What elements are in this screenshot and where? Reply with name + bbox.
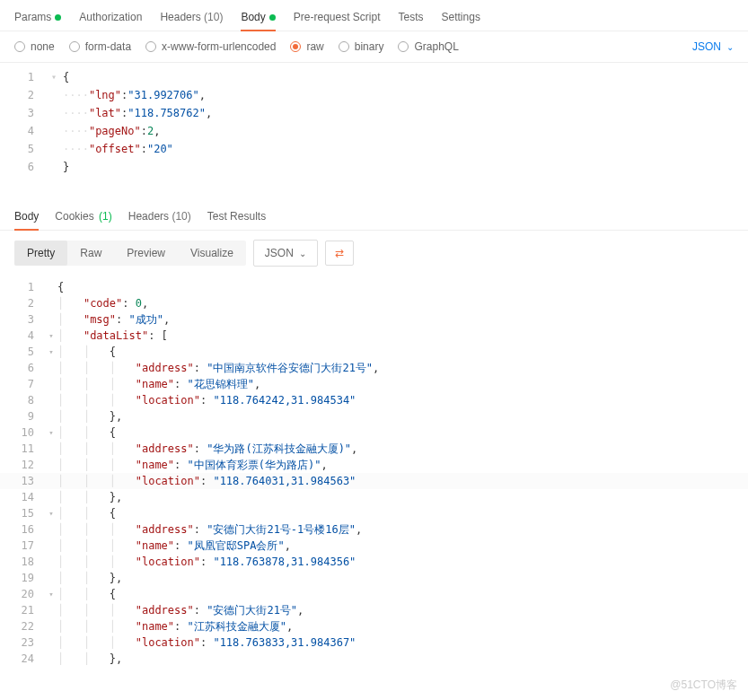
code-line[interactable]: 18│ │ │ "location": "118.763878,31.98435…	[0, 554, 748, 570]
line-number: 23	[0, 634, 45, 651]
code-content: {	[63, 68, 69, 86]
code-line[interactable]: 5▾│ │ {	[0, 344, 748, 360]
code-line[interactable]: 13│ │ │ "location": "118.764031,31.98456…	[0, 473, 748, 489]
fold-icon[interactable]	[45, 634, 57, 651]
fold-icon[interactable]	[45, 570, 57, 586]
fold-icon[interactable]	[45, 554, 57, 570]
code-line[interactable]: 8│ │ │ "location": "118.764242,31.984534…	[0, 392, 748, 408]
tab-body[interactable]: Body	[241, 5, 275, 31]
tab-authorization[interactable]: Authorization	[79, 5, 142, 31]
code-line[interactable]: 6│ │ │ "address": "中国南京软件谷安德门大街21号",	[0, 360, 748, 376]
code-line[interactable]: 1▾{	[0, 68, 748, 86]
bodytype-formdata[interactable]: form-data	[69, 40, 131, 53]
code-line[interactable]: 15▾│ │ {	[0, 505, 748, 521]
code-line[interactable]: 2│ "code": 0,	[0, 295, 748, 311]
bodytype-none[interactable]: none	[14, 40, 55, 53]
fold-icon[interactable]	[45, 279, 57, 295]
viewmode-raw[interactable]: Raw	[67, 241, 114, 266]
code-line[interactable]: 7│ │ │ "name": "花思锦料理",	[0, 376, 748, 392]
bodytype-urlencoded[interactable]: x-www-form-urlencoded	[145, 40, 276, 53]
viewmode-pretty[interactable]: Pretty	[14, 241, 67, 266]
resptab-headers[interactable]: Headers (10)	[128, 205, 191, 230]
fold-icon[interactable]	[45, 538, 57, 554]
line-number: 17	[0, 538, 45, 554]
code-line[interactable]: 5····"offset":"20"	[0, 140, 748, 158]
wrap-lines-button[interactable]: ⇄	[325, 241, 354, 266]
code-content: │ "dataList": [	[57, 328, 168, 344]
tab-settings[interactable]: Settings	[442, 5, 480, 31]
tab-params[interactable]: Params	[14, 5, 61, 31]
code-line[interactable]: 12│ │ │ "name": "中国体育彩票(华为路店)",	[0, 457, 748, 473]
bodytype-binary[interactable]: binary	[339, 40, 384, 53]
code-content: │ │ {	[57, 586, 116, 602]
tab-tests[interactable]: Tests	[399, 5, 424, 31]
fold-icon[interactable]	[45, 457, 57, 473]
code-content: }	[63, 158, 69, 176]
line-number: 20	[0, 586, 45, 602]
code-content: │ │ │ "name": "凤凰官邸SPA会所",	[57, 538, 291, 554]
code-line[interactable]: 3····"lat":"118.758762",	[0, 104, 748, 122]
fold-icon[interactable]: ▾	[45, 344, 57, 360]
fold-icon[interactable]	[45, 408, 57, 424]
fold-icon[interactable]	[45, 473, 57, 489]
viewmode-preview[interactable]: Preview	[114, 241, 178, 266]
code-line[interactable]: 19│ │ },	[0, 570, 748, 586]
line-number: 4	[0, 122, 45, 140]
fold-icon[interactable]: ▾	[45, 328, 57, 344]
fold-icon[interactable]: ▾	[45, 424, 57, 441]
resptab-body[interactable]: Body	[14, 205, 39, 230]
code-content: ····"lat":"118.758762",	[63, 104, 212, 122]
fold-icon[interactable]	[45, 651, 57, 667]
code-line[interactable]: 14│ │ },	[0, 489, 748, 505]
fold-icon[interactable]	[45, 521, 57, 538]
raw-format-select[interactable]: JSON⌄	[692, 40, 734, 53]
code-content: │ │ │ "address": "中国南京软件谷安德门大街21号",	[57, 360, 379, 376]
code-line[interactable]: 23│ │ │ "location": "118.763833,31.98436…	[0, 634, 748, 651]
bodytype-raw[interactable]: raw	[290, 40, 323, 53]
fold-icon[interactable]	[45, 360, 57, 376]
bodytype-graphql[interactable]: GraphQL	[398, 40, 458, 53]
code-line[interactable]: 24│ │ },	[0, 651, 748, 667]
fold-icon[interactable]	[45, 602, 57, 618]
code-line[interactable]: 4▾│ "dataList": [	[0, 328, 748, 344]
code-line[interactable]: 1{	[0, 279, 748, 295]
line-number: 1	[0, 279, 45, 295]
resptab-cookies[interactable]: Cookies (1)	[55, 205, 111, 230]
fold-icon[interactable]	[45, 618, 57, 634]
code-content: │ │ │ "location": "118.763878,31.984356"	[57, 554, 356, 570]
code-line[interactable]: 17│ │ │ "name": "凤凰官邸SPA会所",	[0, 538, 748, 554]
chevron-down-icon: ⌄	[299, 249, 306, 258]
tab-headers[interactable]: Headers (10)	[160, 5, 223, 31]
viewmode-visualize[interactable]: Visualize	[178, 241, 246, 266]
fold-icon[interactable]	[45, 311, 57, 328]
line-number: 4	[0, 328, 45, 344]
fold-icon[interactable]: ▾	[45, 505, 57, 521]
tab-prerequest[interactable]: Pre-request Script	[294, 5, 381, 31]
fold-icon[interactable]	[45, 295, 57, 311]
body-type-row: none form-data x-www-form-urlencoded raw…	[0, 31, 748, 63]
code-line[interactable]: 22│ │ │ "name": "江苏科技金融大厦",	[0, 618, 748, 634]
fold-icon[interactable]	[45, 376, 57, 392]
fold-icon[interactable]	[45, 489, 57, 505]
response-format-select[interactable]: JSON⌄	[253, 240, 318, 267]
fold-icon[interactable]: ▾	[45, 586, 57, 602]
radio-icon	[339, 41, 349, 52]
code-line[interactable]: 20▾│ │ {	[0, 586, 748, 602]
fold-icon[interactable]	[45, 392, 57, 408]
code-line[interactable]: 16│ │ │ "address": "安德门大街21号-1号楼16层",	[0, 521, 748, 538]
line-number: 9	[0, 408, 45, 424]
code-line[interactable]: 2····"lng":"31.992706",	[0, 86, 748, 104]
code-line[interactable]: 6}	[0, 158, 748, 176]
code-line[interactable]: 21│ │ │ "address": "安德门大街21号",	[0, 602, 748, 618]
fold-icon[interactable]	[45, 441, 57, 457]
code-line[interactable]: 11│ │ │ "address": "华为路(江苏科技金融大厦)",	[0, 441, 748, 457]
code-line[interactable]: 9│ │ },	[0, 408, 748, 424]
fold-gutter[interactable]: ▾	[45, 68, 63, 86]
response-body-editor[interactable]: 1{2│ "code": 0,3│ "msg": "成功",4▾│ "dataL…	[0, 276, 748, 670]
resptab-testresults[interactable]: Test Results	[207, 205, 266, 230]
code-line[interactable]: 3│ "msg": "成功",	[0, 311, 748, 328]
code-line[interactable]: 10▾│ │ {	[0, 424, 748, 441]
request-body-editor[interactable]: 1▾{2····"lng":"31.992706",3····"lat":"11…	[0, 63, 748, 194]
code-line[interactable]: 4····"pageNo":2,	[0, 122, 748, 140]
line-number: 3	[0, 104, 45, 122]
